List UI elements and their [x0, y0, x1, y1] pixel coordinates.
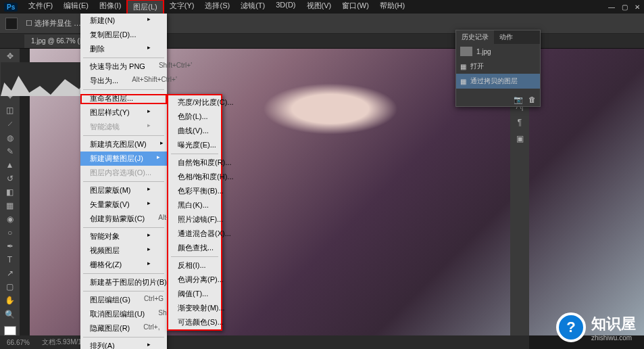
menu-3[interactable]: 图层(L): [126, 0, 164, 15]
stamp-tool-icon[interactable]: ▲: [3, 160, 17, 170]
tab-actions[interactable]: 动作: [494, 30, 518, 44]
heal-tool-icon[interactable]: ◍: [3, 133, 17, 142]
maximize-icon[interactable]: ▢: [622, 3, 628, 11]
camera-icon[interactable]: ▣: [516, 134, 524, 143]
brush-tool-icon[interactable]: ✎: [3, 147, 17, 156]
submenu-item[interactable]: 照片滤镜(F)...: [168, 212, 221, 227]
minimize-icon[interactable]: —: [608, 3, 615, 11]
menu-8[interactable]: 视图(V): [301, 0, 337, 15]
watermark-cn: 知识屋: [591, 314, 636, 334]
menu-6[interactable]: 滤镜(T): [235, 0, 270, 15]
crop-tool-icon[interactable]: ◫: [3, 106, 17, 115]
dodge-tool-icon[interactable]: ○: [3, 228, 17, 237]
menu-item[interactable]: 复制图层(D)...: [80, 28, 167, 42]
menu-item[interactable]: 排列(A): [80, 339, 167, 349]
menu-item[interactable]: 快速导出为 PNGShift+Ctrl+': [80, 60, 167, 74]
submenu-item[interactable]: 曝光度(E)...: [168, 138, 221, 152]
menu-item[interactable]: 图层样式(Y): [80, 106, 167, 120]
menu-item[interactable]: 图层编组(G)Ctrl+G: [80, 293, 167, 307]
submenu-item[interactable]: 色调分离(P)...: [168, 273, 221, 287]
new-adjustment-layer-submenu: 亮度/对比度(C)...色阶(L)...曲线(V)...曝光度(E)...自然饱…: [167, 94, 222, 331]
shape-tool-icon[interactable]: ▢: [3, 282, 17, 292]
eyedropper-tool-icon[interactable]: ⟋: [3, 119, 17, 129]
history-step[interactable]: ▦打开: [456, 59, 540, 74]
tab-history[interactable]: 历史记录: [456, 30, 494, 44]
submenu-item[interactable]: 反相(I)...: [168, 258, 221, 273]
menu-5[interactable]: 选择(S): [199, 0, 235, 15]
app-logo: Ps: [4, 3, 18, 11]
menu-0[interactable]: 文件(F): [23, 0, 58, 15]
menu-2[interactable]: 图像(I): [94, 0, 126, 15]
submenu-item[interactable]: 渐变映射(M)...: [168, 301, 221, 315]
menu-item: 图层内容选项(O)...: [80, 166, 167, 180]
history-step[interactable]: ▦通过拷贝的图层: [456, 74, 540, 89]
tool-preset[interactable]: [5, 18, 18, 30]
menu-9[interactable]: 窗口(W): [337, 0, 374, 15]
history-snapshot[interactable]: 1.jpg: [456, 44, 540, 59]
camera-icon[interactable]: 📷: [514, 95, 523, 105]
gradient-tool-icon[interactable]: ▦: [3, 201, 17, 210]
history-panel: 历史记录 动作 1.jpg ▦打开 ▦通过拷贝的图层 📷 🗑: [455, 30, 541, 107]
menu-item[interactable]: 新建基于图层的切片(B): [80, 275, 167, 289]
menu-1[interactable]: 编辑(E): [58, 0, 94, 15]
watermark: ? 知识屋 zhishiwu.com: [556, 312, 636, 342]
menu-item[interactable]: 创建剪贴蒙版(C)Alt+Ctrl+G: [80, 212, 167, 226]
blur-tool-icon[interactable]: ◉: [3, 214, 17, 224]
submenu-item[interactable]: 自然饱和度(R)...: [168, 156, 221, 170]
menu-4[interactable]: 文字(Y): [164, 0, 200, 15]
titlebar: Ps 文件(F)编辑(E)图像(I)图层(L)文字(Y)选择(S)滤镜(T)3D…: [0, 0, 644, 14]
menu-item[interactable]: 矢量蒙版(V): [80, 197, 167, 212]
menu-item[interactable]: 智能对象: [80, 229, 167, 243]
menu-item[interactable]: 图层蒙版(M): [80, 183, 167, 197]
pen-tool-icon[interactable]: ✒: [3, 241, 17, 251]
menu-item: 智能滤镜: [80, 120, 167, 134]
window-controls: — ▢ ✕: [608, 3, 640, 11]
move-tool-icon[interactable]: ✥: [3, 51, 17, 61]
main-menu: 文件(F)编辑(E)图像(I)图层(L)文字(Y)选择(S)滤镜(T)3D(D)…: [23, 0, 410, 15]
submenu-item[interactable]: 阈值(T)...: [168, 287, 221, 301]
history-brush-icon[interactable]: ↺: [3, 174, 17, 183]
type-tool-icon[interactable]: T: [3, 255, 17, 264]
submenu-item[interactable]: 可选颜色(S)...: [168, 315, 221, 329]
submenu-item[interactable]: 颜色查找...: [168, 241, 221, 255]
submenu-item[interactable]: 通道混合器(X)...: [168, 227, 221, 241]
submenu-item[interactable]: 色阶(L)...: [168, 110, 221, 124]
watermark-icon: ?: [556, 312, 586, 342]
menu-7[interactable]: 3D(D): [270, 0, 301, 15]
submenu-item[interactable]: 色相/饱和度(H)...: [168, 170, 221, 184]
menu-item[interactable]: 新建填充图层(W): [80, 137, 167, 152]
layer-menu: 新建(N)复制图层(D)...删除快速导出为 PNGShift+Ctrl+'导出…: [80, 14, 167, 349]
color-swatches[interactable]: [4, 326, 16, 336]
menu-item[interactable]: 重命名图层...: [80, 91, 167, 106]
submenu-item[interactable]: 黑白(K)...: [168, 198, 221, 212]
watermark-en: zhishiwu.com: [591, 334, 636, 342]
menu-item[interactable]: 视频图层: [80, 243, 167, 258]
menu-10[interactable]: 帮助(H): [374, 0, 410, 15]
statusbar: 66.67% 文档:5.93M/11.9M: [0, 335, 529, 349]
submenu-item[interactable]: 曲线(V)...: [168, 124, 221, 138]
menu-item[interactable]: 隐藏图层(R)Ctrl+,: [80, 321, 167, 335]
submenu-item[interactable]: 色彩平衡(B)...: [168, 184, 221, 198]
menu-item[interactable]: 取消图层编组(U)Shift+Ctrl+G: [80, 307, 167, 321]
path-tool-icon[interactable]: ↗: [3, 269, 17, 278]
close-icon[interactable]: ✕: [635, 3, 640, 11]
menu-item[interactable]: 新建(N): [80, 14, 167, 28]
zoom-tool-icon[interactable]: 🔍: [3, 309, 17, 319]
menu-item[interactable]: 删除: [80, 42, 167, 56]
eraser-tool-icon[interactable]: ◧: [3, 187, 17, 197]
auto-select-toggle[interactable]: ☐ 选择并显住 …: [26, 18, 81, 28]
menu-item[interactable]: 导出为...Alt+Shift+Ctrl+': [80, 74, 167, 88]
menu-item[interactable]: 栅格化(Z): [80, 258, 167, 272]
para-icon[interactable]: ¶: [518, 118, 522, 127]
hand-tool-icon[interactable]: ✋: [3, 296, 17, 305]
trash-icon[interactable]: 🗑: [528, 95, 536, 105]
menu-item[interactable]: 新建调整图层(J): [80, 152, 167, 166]
submenu-item[interactable]: 亮度/对比度(C)...: [168, 95, 221, 110]
zoom-level[interactable]: 66.67%: [7, 339, 30, 346]
